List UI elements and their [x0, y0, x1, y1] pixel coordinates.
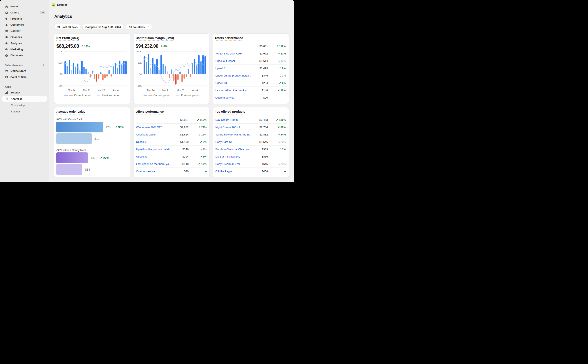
card-title: Top offered products — [215, 110, 245, 114]
net-profit-value: $68,245.00 — [56, 44, 79, 49]
sidebar-item-marketing[interactable]: Marketing — [2, 46, 47, 52]
offer-link[interactable]: Upsell #1 — [215, 67, 251, 70]
sidebar-item-content[interactable]: Content — [2, 28, 47, 34]
offer-link[interactable]: Upsell #3 — [215, 81, 251, 84]
table-row: Upsell #1$1,499↗ 8% — [215, 65, 287, 72]
product-link[interactable]: Body Care Kit — [215, 140, 251, 143]
sales-channels-header[interactable]: Sales channels — [2, 64, 47, 67]
trend-up-icon: ↗ — [277, 133, 280, 136]
offer-link[interactable]: Checkout Upsell — [136, 133, 171, 136]
trend-up-icon: ↗ — [279, 67, 281, 70]
card-title: Offers performance — [136, 110, 164, 114]
contribution-margin-chart: $10K$5K$0−$5KMar 14Mar 21Mar 28Apr 4 — [136, 50, 207, 92]
sidebar-item-orders[interactable]: Orders 15 — [2, 10, 47, 15]
dashboard-grid: Net Profit (CM4) $68,245.00 ↗ 12% $10K$5… — [54, 34, 289, 177]
offer-link[interactable]: Winter sale 20% OFF — [136, 126, 171, 129]
apps-header[interactable]: Apps — [2, 85, 47, 88]
offer-link[interactable]: Last upsell on the thank yo... — [215, 89, 251, 92]
aov-bar — [56, 133, 92, 144]
compare-button[interactable]: Compare to: Aug 2–31, 2024 — [82, 24, 124, 30]
sidebar-item-label: Online Store — [10, 69, 26, 72]
row-value: $3,453 — [251, 118, 268, 121]
trend-up-icon: ↗ — [200, 140, 202, 143]
page-title: Analytics — [54, 14, 289, 19]
offer-link[interactable]: Upsell #3 — [136, 155, 171, 158]
aov-bar-row: $19 — [56, 133, 128, 144]
sidebar-item-setpilot[interactable]: Setpilot — [2, 90, 47, 96]
sidebar-item-analytics[interactable]: Analytics — [2, 40, 47, 46]
previous-period-swatch — [176, 95, 179, 96]
image-icon — [5, 29, 8, 33]
svg-text:$10K: $10K — [57, 50, 62, 53]
table-row: Night Cream 160 ml$2,784↗ 89% — [215, 124, 287, 131]
chart-legend: Current period Previous period — [136, 94, 207, 97]
aov-bar-trend: ↗ 22% — [100, 156, 109, 160]
row-value: $645 — [251, 162, 268, 165]
table-row: Day Cream 160 ml$3,453↗ 120% — [215, 116, 287, 124]
offer-link[interactable]: Checkout Upsell — [215, 59, 251, 62]
svg-text:Mar 21: Mar 21 — [83, 89, 90, 91]
person-icon — [5, 23, 8, 26]
row-trend: ↗ 112% — [189, 118, 207, 121]
row-value: $1,499 — [172, 140, 189, 143]
product-link[interactable]: Vanilla Powder Hand And B... — [215, 133, 251, 136]
offer-link[interactable]: Custom service — [215, 96, 251, 99]
sidebar-item-customers[interactable]: Customers — [2, 22, 47, 28]
row-trend: ↗ 6% — [268, 81, 286, 84]
sidebar-subitem-costs-setup[interactable]: Costs setup — [2, 102, 47, 108]
net-profit-card: Net Profit (CM4) $68,245.00 ↗ 12% $10K$5… — [54, 34, 130, 104]
table-row: Upsell on the product detail...$346↘ 2% — [136, 145, 207, 153]
current-period-swatch-red — [69, 95, 73, 96]
offer-link[interactable]: Upsell on the product detail... — [136, 148, 171, 151]
offer-link[interactable]: Last upsell on the thank yo... — [136, 162, 171, 165]
row-value: $2,784 — [251, 126, 268, 129]
sidebar-item-finances[interactable]: Finances — [2, 34, 47, 40]
sidebar-item-label: Customers — [10, 23, 24, 26]
row-value: $5,881 — [172, 118, 189, 121]
trend-up-icon: ↗ — [277, 126, 280, 129]
card-title: Contribution margin (CM3) — [136, 36, 174, 41]
row-trend: ↘ 20% — [268, 140, 286, 143]
table-row: Upsell #1$1,499↗ 8% — [136, 138, 207, 145]
offer-link[interactable]: Upsell #1 — [136, 140, 171, 143]
target-cursor-icon — [5, 48, 8, 51]
product-link[interactable]: Night Cream 160 ml — [215, 126, 251, 129]
table-row: Checkout Upsell$1,614↘ 13% — [136, 131, 207, 138]
offer-link[interactable]: Winter sale 20% OFF — [215, 52, 251, 55]
svg-text:Mar 28: Mar 28 — [98, 89, 105, 91]
product-link[interactable]: Bamboo Charcoal Cleansin... — [215, 148, 251, 151]
row-value: $346 — [251, 74, 268, 77]
setpilot-logo-icon — [52, 3, 55, 6]
trend-up-icon: ↗ — [276, 45, 278, 48]
sidebar-item-home[interactable]: Home — [2, 3, 47, 9]
countries-dropdown[interactable]: All countries — [126, 24, 152, 30]
row-trend: ↘ 2% — [268, 74, 286, 77]
sidebar-item-products[interactable]: Products — [2, 16, 47, 22]
aov-bar — [56, 164, 82, 175]
row-value: $468 — [251, 170, 268, 173]
orders-icon — [5, 11, 8, 14]
contribution-margin-card: Contribution margin (CM3) $94,232.00 ↗ 8… — [133, 34, 209, 104]
product-link[interactable]: Body Cream 450 ml — [215, 162, 251, 165]
offer-link[interactable]: Upsell on the product detail... — [215, 74, 251, 77]
trend-up-icon: ↗ — [198, 126, 200, 129]
card-title: Net Profit (CM4) — [56, 36, 79, 41]
date-range-button[interactable]: Last 30 days — [54, 24, 80, 30]
sidebar-item-discounts[interactable]: Discounts — [2, 52, 47, 58]
product-link[interactable]: Day Cream 160 ml — [215, 118, 251, 121]
product-link[interactable]: Lip Balm Strawberry — [215, 155, 251, 158]
svg-text:$0: $0 — [60, 73, 62, 76]
row-trend: ↗ 6% — [189, 155, 207, 158]
row-value: $294 — [172, 155, 189, 158]
svg-text:$5K: $5K — [138, 62, 142, 64]
sidebar-subitem-settings[interactable]: Settings — [2, 108, 47, 114]
row-trend: ↗ 8% — [268, 67, 286, 70]
contribution-margin-value: $94,232.00 — [136, 44, 158, 49]
product-link[interactable]: Gift Packaging — [215, 170, 251, 173]
sidebar-subitem-analytics[interactable]: Analytics — [2, 96, 47, 102]
offer-link[interactable]: Custom service — [136, 170, 171, 173]
sidebar-item-label: Discounts — [10, 54, 23, 57]
table-row: Vanilla Powder Hand And B...$1,832↗ 34% — [215, 131, 287, 138]
sidebar-item-online-store[interactable]: Online Store — [2, 68, 47, 74]
sidebar-item-point-of-sale[interactable]: Point of Sale — [2, 74, 47, 80]
